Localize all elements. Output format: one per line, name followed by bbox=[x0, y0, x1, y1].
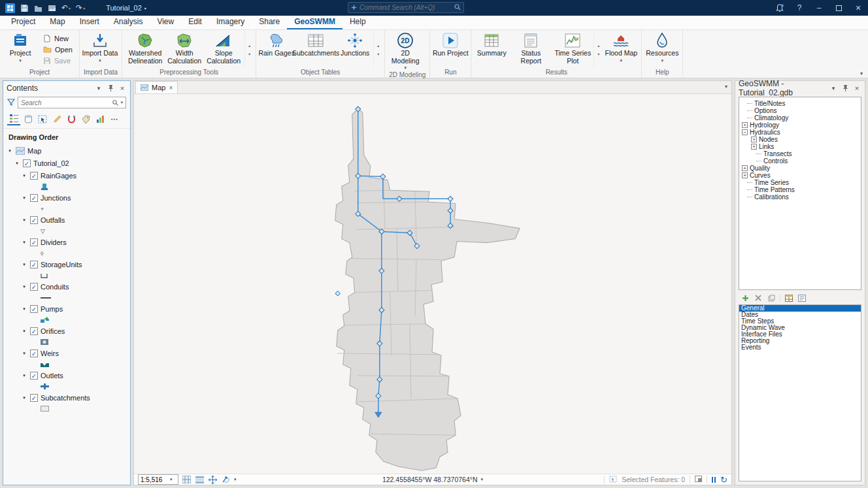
tree-item-raingages[interactable]: ▾ ✓ RainGages bbox=[3, 169, 130, 182]
expand-icon[interactable]: + bbox=[742, 172, 748, 178]
pin-icon[interactable] bbox=[106, 84, 115, 93]
command-search[interactable] bbox=[348, 2, 464, 13]
tab-help[interactable]: Help bbox=[342, 15, 373, 29]
layer-checkbox[interactable]: ✓ bbox=[23, 159, 31, 167]
help-button[interactable]: ? bbox=[790, 0, 809, 16]
map-view-tab[interactable]: Map × bbox=[135, 81, 178, 93]
more-options-icon[interactable]: ⋯ bbox=[108, 112, 121, 125]
tab-insert[interactable]: Insert bbox=[73, 15, 107, 29]
layer-checkbox[interactable]: ✓ bbox=[30, 305, 38, 313]
maximize-button[interactable] bbox=[829, 0, 848, 16]
resources-button[interactable]: Resources ▾ bbox=[644, 31, 680, 68]
tree-item-links[interactable]: +Links bbox=[741, 143, 860, 150]
subcatchments-button[interactable]: Subcatchments bbox=[295, 31, 337, 68]
tree-item-controls[interactable]: Controls bbox=[741, 157, 860, 165]
tree-item-title-notes[interactable]: Title/Notes bbox=[741, 100, 860, 107]
pause-drawing-button[interactable] bbox=[712, 477, 716, 483]
tree-item-outlets[interactable]: ▾ ✓ Outlets bbox=[3, 369, 130, 382]
list-by-drawing-order-icon[interactable] bbox=[7, 112, 20, 125]
tree-item-nodes[interactable]: +Nodes bbox=[741, 136, 860, 143]
junctions-button[interactable]: Junctions bbox=[337, 31, 373, 68]
expand-icon[interactable]: + bbox=[751, 137, 757, 142]
close-icon[interactable]: × bbox=[852, 84, 861, 92]
notifications-bell-icon[interactable] bbox=[770, 0, 790, 16]
tree-item-calibrations[interactable]: Calibrations bbox=[741, 193, 860, 201]
add-folder-icon[interactable] bbox=[34, 4, 42, 12]
status-report-button[interactable]: Status Report bbox=[510, 31, 552, 68]
chevron-down-icon[interactable]: ▾ bbox=[234, 477, 237, 482]
tab-map[interactable]: Map bbox=[42, 15, 72, 29]
layer-checkbox[interactable]: ✓ bbox=[30, 372, 38, 380]
list-by-source-icon[interactable] bbox=[22, 112, 35, 125]
list-item-events[interactable]: Events bbox=[739, 344, 861, 351]
list-by-labeling-icon[interactable] bbox=[79, 112, 92, 125]
list-by-charts-icon[interactable] bbox=[93, 112, 107, 125]
open-button[interactable]: Open bbox=[40, 44, 76, 55]
expander-icon[interactable]: ▾ bbox=[21, 173, 27, 178]
watershed-delineation-button[interactable]: Watershed Delineation bbox=[124, 31, 166, 68]
expander-icon[interactable]: ▾ bbox=[21, 262, 27, 267]
expander-icon[interactable]: ▾ bbox=[14, 161, 20, 166]
attribute-rows-icon[interactable] bbox=[195, 475, 205, 485]
tab-geoswmm[interactable]: GeoSWMM bbox=[287, 15, 342, 29]
pin-icon[interactable] bbox=[841, 84, 850, 93]
list-by-selection-icon[interactable] bbox=[36, 112, 49, 125]
expander-icon[interactable]: ▾ bbox=[21, 218, 27, 223]
new-map-icon[interactable] bbox=[48, 4, 56, 12]
chevron-down-icon[interactable]: ▾ bbox=[94, 85, 103, 91]
tree-item-hydraulics[interactable]: −Hydraulics bbox=[741, 129, 860, 136]
save-project-icon[interactable] bbox=[20, 4, 29, 12]
tree-item-curves[interactable]: +Curves bbox=[741, 172, 860, 179]
raingages-symbol[interactable] bbox=[41, 184, 48, 190]
flood-map-button[interactable]: Flood Map ▾ bbox=[603, 31, 639, 68]
expand-icon[interactable]: + bbox=[742, 122, 748, 128]
layer-checkbox[interactable]: ✓ bbox=[30, 238, 38, 246]
expander-icon[interactable]: ▾ bbox=[21, 240, 27, 245]
conduits-symbol[interactable] bbox=[41, 297, 51, 299]
map-canvas[interactable] bbox=[134, 94, 731, 474]
layer-checkbox[interactable]: ✓ bbox=[30, 216, 38, 224]
expander-icon[interactable]: ▾ bbox=[21, 284, 27, 289]
expander-icon[interactable]: ▾ bbox=[21, 195, 27, 201]
layer-checkbox[interactable]: ✓ bbox=[30, 261, 38, 268]
delete-icon[interactable] bbox=[754, 293, 763, 302]
tab-analysis[interactable]: Analysis bbox=[107, 15, 150, 29]
tree-item-dividers[interactable]: ▾ ✓ Dividers bbox=[3, 236, 130, 248]
run-project-button[interactable]: Run Project bbox=[432, 31, 469, 68]
open-table-icon[interactable] bbox=[784, 293, 793, 302]
layer-checkbox[interactable]: ✓ bbox=[30, 172, 38, 180]
tree-item-transects[interactable]: Transects bbox=[741, 150, 860, 157]
slope-calculation-button[interactable]: Slope Calculation bbox=[203, 31, 244, 68]
group-overflow-arrows[interactable]: ▴▾ bbox=[244, 31, 254, 68]
2d-modeling-button[interactable]: 2D 2D Modeling ▾ bbox=[387, 31, 424, 71]
command-search-input[interactable] bbox=[359, 4, 452, 11]
overview-icon[interactable] bbox=[695, 476, 702, 483]
dividers-symbol[interactable]: ◊ bbox=[41, 250, 43, 257]
scale-input[interactable] bbox=[139, 476, 169, 483]
tree-item-climatology[interactable]: Climatology bbox=[741, 114, 860, 122]
tree-item-quality[interactable]: +Quality bbox=[741, 165, 860, 172]
expand-icon[interactable]: + bbox=[742, 165, 748, 171]
summary-button[interactable]: Summary bbox=[473, 31, 510, 68]
weirs-symbol[interactable] bbox=[41, 362, 49, 367]
add-icon[interactable] bbox=[741, 293, 750, 302]
new-button[interactable]: New bbox=[40, 33, 76, 44]
expander-icon[interactable]: ▾ bbox=[21, 306, 27, 312]
expander-icon[interactable]: ▾ bbox=[21, 395, 27, 400]
layer-checkbox[interactable]: ✓ bbox=[30, 327, 38, 335]
undo-icon[interactable]: ↶▾ bbox=[61, 3, 71, 12]
pan-tool-icon[interactable] bbox=[208, 475, 218, 485]
orifices-symbol[interactable] bbox=[41, 339, 48, 345]
tab-project[interactable]: Project bbox=[4, 15, 42, 29]
tree-item-subcatchments[interactable]: ▾ ✓ Subcatchments bbox=[3, 391, 130, 404]
tree-item-time-patterns[interactable]: Time Patterns bbox=[741, 186, 860, 193]
group-overflow-arrows[interactable]: ▴▾ bbox=[373, 31, 382, 68]
tree-item-orifices[interactable]: ▾ ✓ Orifices bbox=[3, 325, 130, 337]
coordinates-readout[interactable]: 122.4558455°W 48.7370764°N ▾ bbox=[382, 476, 483, 483]
layer-checkbox[interactable]: ✓ bbox=[30, 283, 38, 291]
outlets-symbol[interactable] bbox=[41, 383, 49, 389]
rain-gages-button[interactable]: Rain Gages bbox=[258, 31, 295, 68]
close-tab-icon[interactable]: × bbox=[169, 84, 173, 91]
copy-icon[interactable] bbox=[767, 293, 776, 302]
import-data-button[interactable]: Import Data ▾ bbox=[82, 31, 118, 68]
